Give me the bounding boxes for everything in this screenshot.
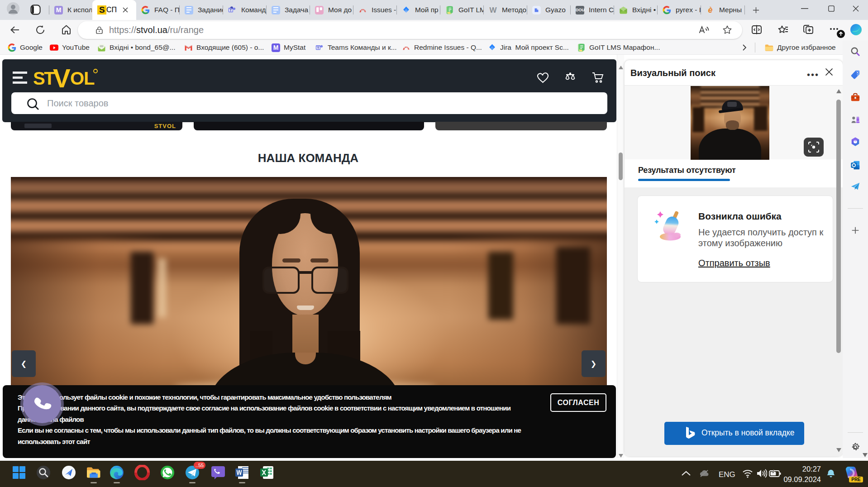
- svg-text:O: O: [70, 68, 84, 88]
- svg-text:L: L: [84, 68, 95, 88]
- svg-text:S: S: [33, 68, 45, 88]
- svg-text:V: V: [53, 65, 71, 91]
